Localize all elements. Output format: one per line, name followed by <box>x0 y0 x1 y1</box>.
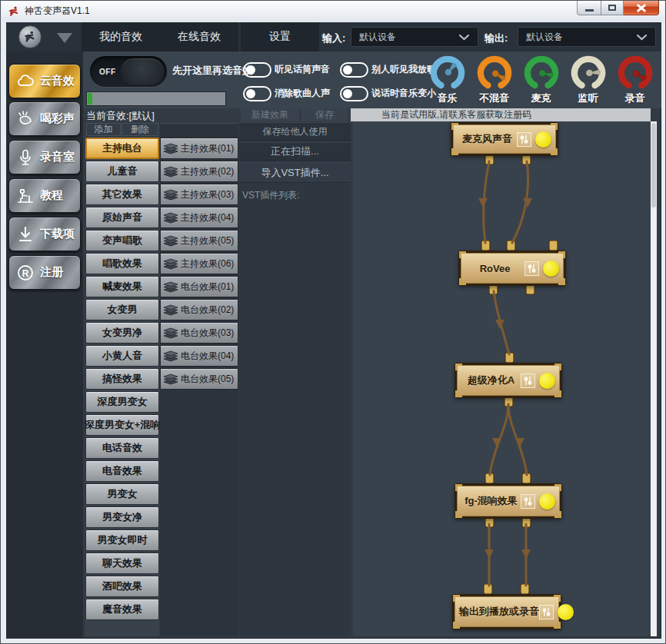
category-label: 魔音效果 <box>102 603 142 616</box>
category-item[interactable]: 喊麦效果 <box>85 276 159 297</box>
bypass-led[interactable] <box>535 131 551 148</box>
preset-item[interactable]: 主持效果(03) <box>160 184 238 205</box>
preset-item[interactable]: 电台效果(05) <box>160 368 238 390</box>
bypass-led[interactable] <box>539 373 555 389</box>
effect-stack-icon <box>162 350 179 363</box>
category-item[interactable]: 深度男变女 <box>85 391 159 413</box>
preset-label: 主持效果(03) <box>181 188 234 201</box>
title-bar[interactable]: 神舌变声器V1.1 <box>2 1 664 22</box>
toggle-switch[interactable] <box>243 62 271 78</box>
sidebar-item-cloud-effects[interactable]: 云音效 <box>8 64 81 98</box>
sliders-icon[interactable] <box>521 373 535 388</box>
preset-label: 电台效果(04) <box>181 350 234 363</box>
add-button[interactable]: 添加 <box>86 123 121 136</box>
preset-label: 电台效果(02) <box>181 304 234 317</box>
bypass-led[interactable] <box>558 604 574 620</box>
import-vst-button[interactable]: 导入VST插件... <box>239 162 351 183</box>
category-item[interactable]: 唱歌效果 <box>85 253 159 274</box>
master-power-toggle[interactable]: OFF <box>90 56 167 87</box>
category-item[interactable]: 魔音效果 <box>85 599 159 620</box>
category-item[interactable]: 搞怪效果 <box>85 368 159 390</box>
maximize-button[interactable] <box>601 1 624 15</box>
category-item[interactable]: 聊天效果 <box>85 553 159 574</box>
category-label: 小黄人音 <box>102 349 142 363</box>
applause-icon <box>16 110 35 128</box>
tab-my-effects[interactable]: 我的音效 <box>82 22 160 51</box>
save-for-others-button[interactable]: 保存给他人使用 <box>239 122 351 141</box>
preset-item[interactable]: 电台效果(04) <box>160 345 238 367</box>
category-item[interactable]: 电话音效 <box>85 437 159 459</box>
app-icon <box>23 30 37 44</box>
sliders-icon[interactable] <box>539 605 554 619</box>
app-window: 神舌变声器V1.1 我的音效 在线音效 设置 输入: 默认设备 输出: <box>0 0 666 644</box>
tab-settings[interactable]: 设置 <box>241 22 319 51</box>
sidebar-item-register[interactable]: R 注册 <box>8 255 81 290</box>
corner-ornament <box>459 278 466 285</box>
category-item[interactable]: 电音效果 <box>85 460 159 482</box>
category-item[interactable]: 女变男 <box>85 299 159 320</box>
close-button[interactable] <box>624 1 659 15</box>
preset-item[interactable]: 电台效果(03) <box>160 322 238 344</box>
tab-online-effects[interactable]: 在线音效 <box>160 22 238 51</box>
bypass-led[interactable] <box>543 261 559 277</box>
sidebar-item-recording-studio[interactable]: 录音室 <box>8 140 81 174</box>
preset-item[interactable]: 电台效果(01) <box>160 276 238 297</box>
category-item[interactable]: 男变女 <box>85 483 159 505</box>
effect-node[interactable]: RoVee <box>458 251 566 286</box>
sidebar-item-downloads[interactable]: 下载项 <box>8 217 81 251</box>
category-item[interactable]: 主持电台 <box>85 138 159 159</box>
toggle-switch[interactable] <box>243 86 271 101</box>
scrollbar-thumb[interactable] <box>651 123 656 207</box>
category-item[interactable]: 酒吧效果 <box>85 576 159 597</box>
scrollbar[interactable] <box>651 121 657 636</box>
toggle-switch[interactable] <box>340 86 368 101</box>
volume-knob[interactable]: 不混音 <box>471 51 518 108</box>
output-device-select[interactable]: 默认设备 <box>518 27 656 47</box>
volume-knob[interactable]: 录音 <box>611 51 658 108</box>
volume-knob[interactable]: 麦克 <box>518 51 564 108</box>
preset-item[interactable]: 主持效果(04) <box>160 207 238 228</box>
scanning-status-button[interactable]: 正在扫描... <box>239 142 351 161</box>
category-item[interactable]: 男变女净 <box>85 506 159 528</box>
category-item[interactable]: 其它效果 <box>85 184 159 205</box>
category-item[interactable]: 女变男净 <box>85 322 159 344</box>
knob-label: 监听 <box>578 91 598 105</box>
sliders-icon[interactable] <box>521 494 535 509</box>
effect-node[interactable]: 麦克风声音 <box>451 122 558 156</box>
preset-label: 主持效果(01) <box>181 142 234 155</box>
save-button[interactable]: 保存 <box>301 108 348 121</box>
master-hint-text: 先开这里再选音效 <box>172 64 252 78</box>
category-item[interactable]: 男变女即时 <box>85 529 159 551</box>
preset-item[interactable]: 主持效果(06) <box>160 253 238 274</box>
volume-knob[interactable]: 监听 <box>564 51 611 108</box>
effect-node[interactable]: 输出到播放或录音 <box>452 594 561 629</box>
category-item[interactable]: 儿童音 <box>85 161 159 182</box>
delete-button[interactable]: 删除 <box>122 123 158 136</box>
preset-item[interactable]: 电台效果(02) <box>160 299 238 320</box>
input-device-select[interactable]: 默认设备 <box>351 27 478 47</box>
bypass-led[interactable] <box>539 493 555 510</box>
category-item[interactable]: 原始声音 <box>85 207 159 228</box>
new-effect-button[interactable]: 新建效果 <box>241 108 299 121</box>
sidebar-item-tutorial[interactable]: 教程 <box>8 178 81 213</box>
app-menu-button[interactable] <box>18 25 42 48</box>
preset-item[interactable]: 主持效果(05) <box>160 230 238 251</box>
category-item[interactable]: 小黄人音 <box>85 345 159 367</box>
preset-item[interactable]: 主持效果(01) <box>160 138 238 159</box>
node-title: RoVee <box>465 263 524 274</box>
sliders-icon[interactable] <box>517 132 531 147</box>
chevron-down-icon[interactable] <box>57 33 72 43</box>
toggle-switch[interactable] <box>340 62 368 78</box>
effect-node[interactable]: fg-混响效果 <box>455 483 562 519</box>
category-item[interactable]: 深度男变女+混响 <box>85 414 159 436</box>
sliders-icon[interactable] <box>524 261 539 276</box>
knob-label: 录音 <box>625 91 645 105</box>
sidebar-item-applause[interactable]: 喝彩声 <box>8 101 81 136</box>
category-item[interactable]: 变声唱歌 <box>85 230 159 251</box>
minimize-button[interactable] <box>577 1 601 15</box>
category-label: 酒吧效果 <box>102 579 142 593</box>
volume-knob[interactable]: 音乐 <box>424 51 471 108</box>
effect-node[interactable]: 超级净化A <box>455 363 562 398</box>
knob-dial-icon <box>475 53 514 93</box>
preset-item[interactable]: 主持效果(02) <box>160 161 238 182</box>
